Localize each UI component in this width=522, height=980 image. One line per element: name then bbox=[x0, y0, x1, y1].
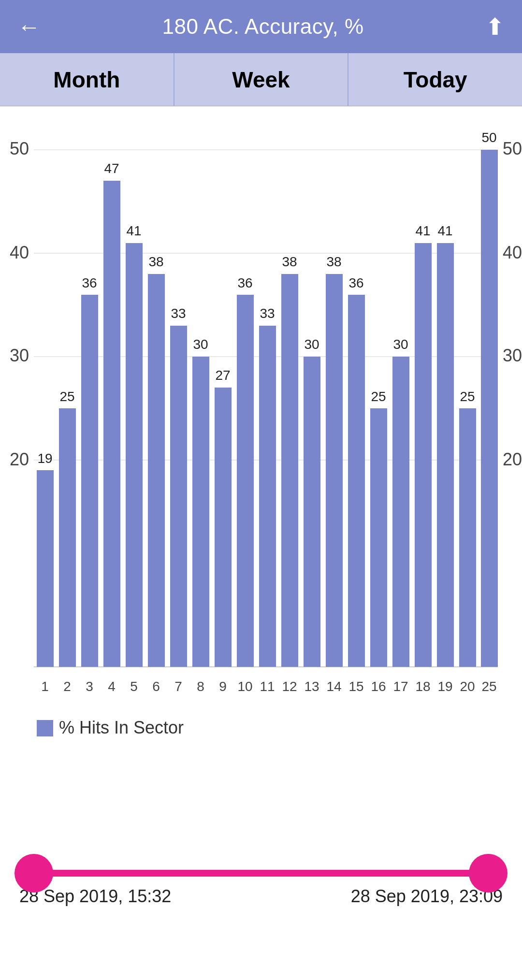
svg-rect-164 bbox=[215, 388, 232, 667]
svg-text:41: 41 bbox=[437, 223, 452, 238]
svg-text:7: 7 bbox=[174, 679, 182, 694]
share-button[interactable]: ⬆ bbox=[485, 13, 505, 40]
tab-today[interactable]: Today bbox=[348, 53, 522, 106]
svg-text:36: 36 bbox=[82, 275, 97, 290]
svg-rect-182 bbox=[348, 295, 365, 667]
svg-text:10: 10 bbox=[237, 679, 252, 694]
tab-week[interactable]: Week bbox=[174, 53, 349, 106]
svg-rect-194 bbox=[437, 243, 454, 667]
svg-rect-146 bbox=[81, 295, 98, 667]
svg-text:36: 36 bbox=[348, 275, 363, 290]
svg-text:20: 20 bbox=[460, 679, 475, 694]
svg-text:30: 30 bbox=[393, 337, 408, 352]
svg-rect-185 bbox=[370, 408, 387, 667]
svg-rect-140 bbox=[37, 470, 54, 667]
svg-text:1: 1 bbox=[41, 679, 49, 694]
svg-rect-152 bbox=[126, 243, 143, 667]
svg-rect-191 bbox=[415, 243, 432, 667]
svg-rect-197 bbox=[459, 408, 476, 667]
svg-text:12: 12 bbox=[282, 679, 297, 694]
svg-rect-143 bbox=[59, 408, 76, 667]
svg-text:6: 6 bbox=[152, 679, 160, 694]
svg-text:3: 3 bbox=[86, 679, 93, 694]
svg-text:50: 50 bbox=[503, 139, 522, 159]
svg-rect-167 bbox=[237, 295, 254, 667]
svg-text:25: 25 bbox=[371, 389, 386, 404]
svg-text:19: 19 bbox=[437, 679, 452, 694]
svg-text:% Hits In Sector: % Hits In Sector bbox=[59, 718, 184, 737]
svg-rect-155 bbox=[148, 274, 165, 667]
svg-text:5: 5 bbox=[130, 679, 138, 694]
svg-text:40: 40 bbox=[503, 243, 522, 262]
svg-text:25: 25 bbox=[460, 389, 475, 404]
svg-text:30: 30 bbox=[10, 346, 29, 365]
slider-thumb-left[interactable] bbox=[14, 854, 53, 893]
svg-text:40: 40 bbox=[10, 243, 29, 262]
svg-text:30: 30 bbox=[304, 337, 319, 352]
svg-rect-179 bbox=[326, 274, 343, 667]
svg-text:33: 33 bbox=[171, 306, 186, 321]
app-header: ← 180 AC. Accuracy, % ⬆ bbox=[0, 0, 522, 53]
svg-text:36: 36 bbox=[237, 275, 252, 290]
svg-rect-158 bbox=[170, 326, 187, 667]
svg-text:15: 15 bbox=[348, 679, 363, 694]
svg-text:41: 41 bbox=[415, 223, 430, 238]
main-chart-svg: 50 40 30 20 50 40 30 20 19 1 25 2 36 3 4… bbox=[0, 106, 522, 850]
slider-dates: 28 Sep 2019, 15:32 28 Sep 2019, 23:09 bbox=[19, 877, 503, 907]
svg-text:17: 17 bbox=[393, 679, 408, 694]
svg-text:41: 41 bbox=[126, 223, 141, 238]
svg-rect-176 bbox=[304, 357, 320, 667]
back-button[interactable]: ← bbox=[17, 14, 41, 40]
svg-text:4: 4 bbox=[108, 679, 116, 694]
svg-text:47: 47 bbox=[104, 161, 119, 176]
svg-text:20: 20 bbox=[503, 449, 522, 469]
svg-rect-188 bbox=[392, 357, 409, 667]
svg-rect-203 bbox=[37, 720, 53, 736]
slider-thumb-right[interactable] bbox=[469, 854, 508, 893]
svg-text:18: 18 bbox=[415, 679, 430, 694]
svg-text:50: 50 bbox=[10, 139, 29, 159]
svg-text:11: 11 bbox=[260, 679, 275, 694]
svg-text:2: 2 bbox=[63, 679, 71, 694]
svg-rect-161 bbox=[192, 357, 209, 667]
svg-text:30: 30 bbox=[503, 346, 522, 365]
svg-rect-173 bbox=[281, 274, 298, 667]
svg-text:13: 13 bbox=[304, 679, 319, 694]
tab-bar: Month Week Today bbox=[0, 53, 522, 106]
svg-rect-200 bbox=[481, 150, 498, 667]
tab-month[interactable]: Month bbox=[0, 53, 174, 106]
svg-text:20: 20 bbox=[10, 449, 29, 469]
slider-section: 28 Sep 2019, 15:32 28 Sep 2019, 23:09 bbox=[0, 870, 522, 907]
svg-text:25: 25 bbox=[481, 679, 496, 694]
svg-rect-170 bbox=[259, 326, 276, 667]
svg-text:27: 27 bbox=[215, 368, 230, 383]
svg-text:38: 38 bbox=[148, 254, 163, 269]
chart-overlay: 50 40 30 20 50 40 30 20 19 1 25 2 36 3 4… bbox=[0, 106, 522, 879]
svg-text:50: 50 bbox=[481, 130, 496, 145]
svg-text:19: 19 bbox=[37, 451, 52, 466]
svg-text:16: 16 bbox=[371, 679, 386, 694]
svg-text:25: 25 bbox=[59, 389, 74, 404]
svg-rect-149 bbox=[103, 181, 120, 667]
svg-text:38: 38 bbox=[282, 254, 297, 269]
svg-text:8: 8 bbox=[197, 679, 204, 694]
svg-text:9: 9 bbox=[219, 679, 227, 694]
page-title: 180 AC. Accuracy, % bbox=[162, 14, 363, 39]
svg-text:30: 30 bbox=[193, 337, 208, 352]
date-range-slider[interactable] bbox=[34, 870, 488, 877]
svg-text:38: 38 bbox=[326, 254, 341, 269]
svg-text:14: 14 bbox=[326, 679, 341, 694]
svg-text:33: 33 bbox=[260, 306, 275, 321]
